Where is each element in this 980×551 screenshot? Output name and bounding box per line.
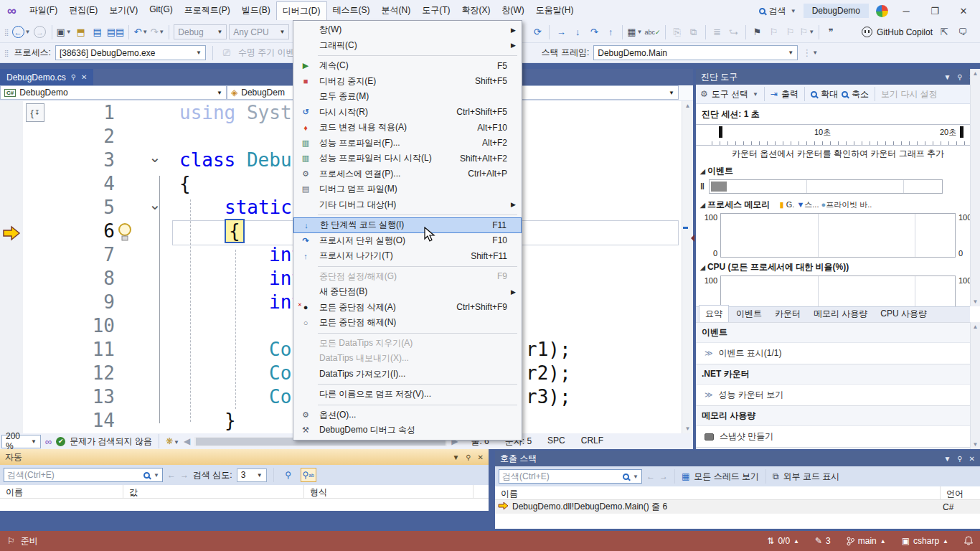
step-into-button[interactable]: ↓ [570,24,585,40]
debug-menu-item-12[interactable]: ▤디버그 덤프 파일(M) [293,182,522,197]
toolbar-grip[interactable]: ⣿ [4,50,9,57]
debug-menu-item-5[interactable]: ■디버깅 중지(E)Shift+F5 [293,74,522,90]
pause-icon[interactable]: ‖ [700,182,705,192]
column-language[interactable]: 언어 [940,486,980,499]
spell-check-button[interactable]: abc✓ [645,24,661,40]
project-dropdown[interactable]: C# DebugDemo ▼ [0,85,227,100]
output-button[interactable]: 출력 [781,88,798,100]
error-list-button[interactable]: ⇅ 0/0 ▲ [767,536,799,546]
diagnostics-title-bar[interactable]: 진단 도구 ▼ ⚲ ✕ [696,69,980,85]
pin-icon[interactable]: ⚲ [957,73,962,81]
prev-bookmark-button[interactable]: ⚐ [767,24,781,40]
forward-icon[interactable]: → [180,470,189,480]
git-branch-button[interactable]: main ▲ [847,536,886,546]
breakpoints-window-button[interactable]: ▦▼ [627,24,642,40]
stack-frame-dropdown[interactable]: DebugDemo.Main▼ [593,45,798,60]
menubar-item-4[interactable]: Git(G) [143,1,179,20]
reset-view-button[interactable]: 보기 다시 설정 [881,88,976,100]
debug-menu-item-15[interactable]: ↓한 단계씩 코드 실행(I)F11 [293,217,522,233]
events-section-header[interactable]: ◢이벤트 [696,163,980,179]
autos-title-bar[interactable]: 자동 ▼ ⚲ ✕ [0,449,489,465]
minimize-button[interactable]: ─ [895,6,917,17]
debug-menu-item-7[interactable]: ↺다시 시작(R)Ctrl+Shift+F5 [293,105,522,121]
menubar-item-10[interactable]: 도구(T) [416,1,456,20]
process-dropdown[interactable]: [38636] DebugDemo.exe▼ [55,45,206,60]
close-button[interactable]: ✕ [953,6,974,17]
navigate-forward-button[interactable]: → [33,24,47,40]
next-bookmark-button[interactable]: ⚐ [783,24,798,40]
forward-icon[interactable]: → [659,471,668,481]
diag-tab-4[interactable]: 메모리 사용량 [808,306,873,322]
show-all-threads-button[interactable]: 모든 스레드 보기 [694,471,759,483]
menubar-item-12[interactable]: 창(W) [496,1,530,20]
code-cleanup-icon[interactable]: ❋▼ [166,436,179,446]
navigate-back-button[interactable]: ←▼ [12,24,31,40]
zoom-out-button[interactable]: 축소 [852,88,869,100]
toolbar-overflow-icon[interactable]: ⋮▼ [802,45,818,61]
save-all-button[interactable]: ▤▤ [107,24,125,40]
eol-indicator[interactable]: CRLF [581,435,603,448]
summary-scrollbar[interactable]: ▲▼ [970,322,980,449]
toolbar-grip[interactable]: ⣿ [4,29,9,36]
column-name[interactable]: 이름 [495,486,940,499]
copilot-chat-icon[interactable]: 🗨 [956,24,970,40]
zoom-dropdown[interactable]: 200 %▼ [1,435,41,448]
solution-platform-dropdown[interactable]: Any CPU▼ [229,24,289,39]
debug-menu-item-30[interactable]: ⚙옵션(O)... [293,408,522,423]
bell-icon[interactable] [964,536,973,546]
save-button[interactable]: ▤ [90,24,105,40]
clear-bookmarks-button[interactable]: ⚐▼ [800,24,815,40]
menubar-item-7[interactable]: 디버그(D) [276,1,327,20]
breakpoint-margin[interactable] [0,101,23,433]
new-project-button[interactable]: ▣▼ [57,24,72,40]
comment-button[interactable]: ⮑ [727,24,741,40]
show-external-code-button[interactable]: 외부 코드 표시 [783,471,840,483]
debug-menu-item-16[interactable]: ↷프로시저 단위 실행(O)F10 [293,233,522,249]
close-icon[interactable]: ✕ [478,453,484,461]
debug-menu-item-10[interactable]: ▥성능 프로파일러 다시 시작(L)Shift+Alt+F2 [293,151,522,166]
pin-icon[interactable]: ⚲ [957,455,962,463]
brace-outline-widget[interactable]: {↧ [26,103,44,122]
window-position-icon[interactable]: ▼ [943,73,951,81]
editor-vertical-scrollbar[interactable]: ▲ ▼ [682,101,693,433]
menubar-item-3[interactable]: 보기(V) [103,1,143,20]
cpu-section-header[interactable]: ◢CPU (모든 프로세서에 대한 비율(%)) [696,259,980,276]
menubar-item-13[interactable]: 도움말(H) [530,1,580,20]
diag-tab-3[interactable]: 카운터 [769,306,806,322]
column-1[interactable]: 이름 [0,485,123,498]
zoom-in-button[interactable]: 확대 [821,88,838,100]
environment-button[interactable]: ▣ csharp ▲ [902,536,948,546]
diag-tab-2[interactable]: 이벤트 [730,306,768,322]
autos-search-input[interactable]: 검색(Ctrl+E) ▼ [4,468,163,482]
debug-menu-item-6[interactable]: 모두 종료(M) [293,89,522,105]
copilot-share-icon[interactable]: ⇱ [937,24,951,40]
summary-link-3[interactable]: 스냅샷 만들기 [696,426,970,447]
lightbulb-icon[interactable] [116,222,133,242]
menubar-item-9[interactable]: 분석(N) [376,1,417,20]
window-position-icon[interactable]: ▼ [452,453,459,461]
feedback-icon[interactable] [876,5,888,17]
step-over-button[interactable]: ↷ [587,24,601,40]
menubar-item-6[interactable]: 빌드(B) [236,1,276,20]
health-glasses-icon[interactable]: ∞ [45,436,52,447]
window-position-icon[interactable]: ▼ [943,455,951,463]
execution-pointer-icon[interactable] [2,225,21,242]
project-badge[interactable]: DebugDemo [804,4,869,18]
maximize-button[interactable]: ❐ [924,6,946,17]
copilot-icon[interactable] [862,27,872,37]
debug-menu-item-22[interactable]: ○모든 중단점 해제(N) [293,315,522,331]
callstack-row[interactable]: DebugDemo.dll!DebugDemo.Main() 줄 6C# [495,500,980,514]
close-icon[interactable]: ✕ [969,455,975,463]
tab-debugdemo-cs[interactable]: DebugDemo.cs ⚲ ✕ [0,69,93,85]
show-pinned-icon[interactable]: ⚲ab [301,468,316,482]
memory-section-header[interactable]: ◢프로세스 메모리 ▮ G. ▼스... ●프라이빗 바.. [696,197,980,213]
undo-button[interactable]: ↶▼ [133,24,148,40]
indent-button[interactable]: ≣ [710,24,725,40]
column-2[interactable]: 값 [123,485,304,498]
find-in-files-button[interactable]: ⎘ [670,24,684,40]
callstack-search-input[interactable]: 검색(Ctrl+E) ▼ [499,469,642,484]
quotes-button[interactable]: ❞ [824,24,838,40]
summary-link-2[interactable]: ≫성능 카운터 보기 [696,385,970,405]
depth-dropdown[interactable]: 3▼ [237,468,267,482]
open-file-button[interactable]: ⬒ [74,24,88,40]
